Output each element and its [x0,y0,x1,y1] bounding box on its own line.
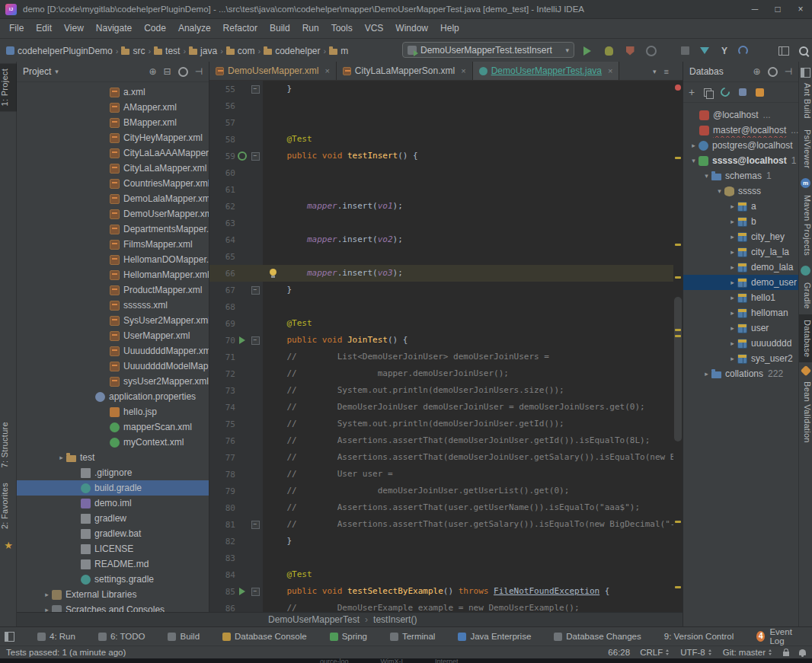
collapse-all-icon[interactable]: ⊟ [163,66,171,77]
db-item-hello1[interactable]: ▸hello1 [683,290,798,305]
project-item-cityheymapper-xml[interactable]: CityHeyMapper.xml [17,130,209,145]
tool-tab-4-run[interactable]: 4: Run [37,632,75,641]
tool-tab-6-todo[interactable]: 6: TODO [98,632,145,641]
line-separator-widget[interactable]: CRLF [640,648,670,657]
tool-tab-build[interactable]: Build [168,632,200,641]
notifications-bell-icon[interactable] [799,649,806,655]
project-item-demo-iml[interactable]: demo.iml [17,496,209,511]
chevron-down-icon[interactable]: ▾ [714,187,724,195]
tool-tab-ant-build[interactable]: Ant Build [799,78,812,124]
hide-panel-icon[interactable]: ⊣ [785,66,792,77]
code-line-73[interactable]: 73 // System.out.println(demoUserJoinUse… [209,382,683,399]
tool-tab-database[interactable]: Database [799,314,812,363]
code-editor[interactable]: 55− }565758 @Test59− public void testIns… [209,81,683,612]
vcs-operations-button[interactable]: Y [716,43,733,59]
navbar-item-com[interactable]: com [226,46,255,56]
code-line-55[interactable]: 55− } [209,81,683,97]
fold-marker-icon[interactable]: − [249,588,261,596]
code-line-66[interactable]: 66 mapper.insert(vo3); [209,265,683,282]
close-tab-icon[interactable]: × [461,66,465,75]
tool-tab-2-favorites[interactable]: 2: Favorites [0,477,17,534]
db-item-postgres-localhost[interactable]: ▸postgres@localhost [683,138,798,153]
bean-icon[interactable] [800,365,810,376]
update-project-button[interactable] [696,43,713,59]
tool-tab-terminal[interactable]: Terminal [390,632,435,641]
run-button[interactable] [579,43,596,59]
chevron-right-icon[interactable]: ▸ [727,279,737,286]
project-item-amapper-xml[interactable]: AMapper.xml [17,100,209,115]
menu-build[interactable]: Build [264,18,296,38]
menu-help[interactable]: Help [434,18,465,38]
breadcrumb-class[interactable]: DemoUserMapperTest [268,614,360,625]
toolwindow-switcher-icon[interactable] [5,632,14,642]
code-line-70[interactable]: 70− public void JoinTest() { [209,332,683,349]
project-item-mapperscan-xml[interactable]: mapperScan.xml [17,419,209,435]
db-item-demo-lala[interactable]: ▸demo_lala [683,260,798,275]
project-item-readme-md[interactable]: README.md [17,556,209,572]
project-item-ssssss-xml[interactable]: ssssss.xml [17,298,209,313]
menu-vcs[interactable]: VCS [359,18,390,38]
chevron-right-icon[interactable]: ▸ [727,202,737,210]
project-item-gradlew[interactable]: gradlew [17,511,209,526]
project-item-demousermapper-xml[interactable]: DemoUserMapper.xml [17,206,209,222]
open-console-icon[interactable] [756,88,764,97]
code-line-74[interactable]: 74 // DemoUserJoinUser demoUserJoinUser … [209,399,683,416]
hide-panel-icon[interactable]: ⊣ [195,66,203,77]
fold-marker-icon[interactable]: − [249,152,261,161]
minimize-icon[interactable]: ─ [743,0,766,18]
close-icon[interactable]: × [789,0,812,18]
menu-run[interactable]: Run [296,18,325,38]
menu-analyze[interactable]: Analyze [172,18,217,38]
code-line-81[interactable]: 81− // Assertions.assertThat(user.getSal… [209,516,683,533]
locate-file-icon[interactable]: ⊕ [149,66,156,77]
tab-citylalamapperson-xml[interactable]: CityLaLaMapperSon.xml× [337,62,473,80]
code-line-79[interactable]: 79 // demoUserJoinUser.getUserList().get… [209,483,683,499]
warning-stripe-mark[interactable] [675,276,681,279]
datasource-properties-icon[interactable] [739,88,746,96]
project-item-external-libraries[interactable]: ▸External Libraries [17,587,209,602]
coverage-button[interactable] [622,43,638,59]
db-item-city-la-la[interactable]: ▸city_la_la [683,244,798,260]
code-line-69[interactable]: 69 @Test [209,315,683,332]
project-item-bmapper-xml[interactable]: BMapper.xml [17,115,209,130]
favorites-star-icon[interactable]: ★ [4,540,13,551]
code-line-56[interactable]: 56 [209,97,683,114]
code-line-80[interactable]: 80 // Assertions.assertThat(user.getUser… [209,499,683,516]
project-item-citylalaaaamapper-xml[interactable]: CityLaLaAAAMapper.xml [17,145,209,161]
inspections-status-icon[interactable] [675,84,681,91]
project-item-scratches-and-consoles[interactable]: ▸Scratches and Consoles [17,602,209,612]
tool-tab-database-changes[interactable]: Database Changes [554,632,641,641]
project-item-gitignore[interactable]: .gitignore [17,465,209,480]
db-item-sssss[interactable]: ▾sssss [683,183,798,199]
code-line-82[interactable]: 82 } [209,533,683,550]
warning-stripe-mark[interactable] [675,329,681,331]
code-line-85[interactable]: 85− public void testSelectByExample() th… [209,583,683,600]
chevron-right-icon[interactable]: ▸ [727,233,737,241]
fold-marker-icon[interactable]: − [249,336,261,345]
git-branch-widget[interactable]: Git: master [723,648,773,657]
editor-scrollbar[interactable] [673,81,683,612]
tool-tab-java-enterprise[interactable]: Java Enterprise [458,632,531,641]
code-line-76[interactable]: 76 // Assertions.assertThat(demoUserJoin… [209,432,683,449]
menu-window[interactable]: Window [389,18,434,38]
menu-refactor[interactable]: Refactor [217,18,264,38]
gear-icon[interactable] [178,67,188,77]
profiler-button[interactable] [643,43,660,59]
db-item-b[interactable]: ▸b [683,214,798,229]
tool-tab-psiviewer[interactable]: PsiViewer [799,124,812,174]
tool-tab-database-console[interactable]: Database Console [222,632,307,641]
project-item-productmapper-xml[interactable]: ProductMapper.xml [17,282,209,298]
warning-stripe-mark[interactable] [675,157,681,159]
intention-bulb-icon[interactable] [270,269,277,276]
search-everywhere-button[interactable] [795,43,812,59]
db-item-sys-user2[interactable]: ▸sys_user2 [683,351,798,366]
warning-stripe-mark[interactable] [675,586,681,588]
status-message[interactable]: Tests passed: 1 (a minute ago) [6,648,126,657]
code-line-75[interactable]: 75 // System.out.println(demoUserJoinUse… [209,416,683,432]
chevron-right-icon[interactable]: ▸ [727,339,737,347]
chevron-right-icon[interactable]: ▸ [42,591,52,598]
menu-edit[interactable]: Edit [30,18,58,38]
sync-refresh-icon[interactable] [719,86,732,99]
db-item-collations[interactable]: ▸collations222 [683,366,798,381]
add-datasource-icon[interactable]: + [689,88,695,97]
